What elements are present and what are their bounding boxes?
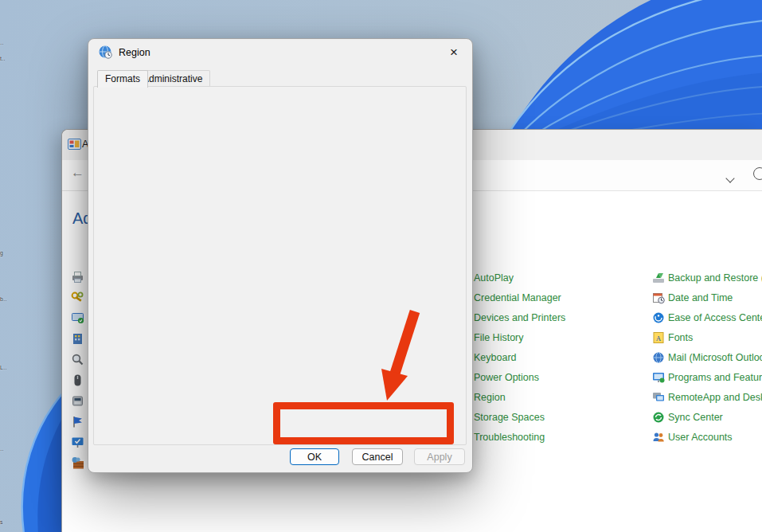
item-sync-center[interactable]: Sync Center [668, 408, 723, 428]
items-row: Troubleshooting User Accounts [472, 428, 762, 448]
backup-restore-icon [652, 272, 665, 284]
programs-features-icon [652, 371, 665, 384]
item-backup-restore[interactable]: Backup and Restore (Wi [668, 268, 762, 288]
indexing-options-icon[interactable] [71, 353, 84, 366]
phone-modem-icon[interactable] [71, 394, 84, 408]
item-credential-manager[interactable]: Credential Manager [474, 288, 561, 308]
items-row: Power Options Programs and Features [472, 368, 762, 388]
back-arrow-icon[interactable]: ← [71, 165, 84, 181]
svg-text:A: A [656, 334, 662, 342]
remoteapp-icon [652, 391, 665, 404]
item-user-accounts[interactable]: User Accounts [668, 428, 733, 448]
region-globe-icon [98, 45, 113, 60]
tab-formats[interactable]: Formats [97, 70, 148, 88]
file-history-icon[interactable] [71, 332, 84, 346]
desktop: ‥ t‥ g b‥ L‥ ‥ s All Control Panel Items… [0, 0, 762, 532]
desktop-icon-fragment: s [0, 519, 3, 525]
apply-button[interactable]: Apply [414, 448, 465, 465]
desktop-icon-fragment: L‥ [0, 365, 7, 371]
default-programs-icon[interactable] [71, 311, 84, 325]
cancel-button[interactable]: Cancel [352, 448, 403, 465]
control-panel-icon [68, 138, 81, 151]
address-dropdown-chevron-icon[interactable] [727, 170, 733, 185]
items-row: AutoPlay Backup and Restore (Wi [472, 268, 762, 288]
control-panel-items-list: AutoPlay Backup and Restore (Wi Credenti… [472, 268, 762, 448]
item-mail[interactable]: Mail (Microsoft Outlook [668, 348, 762, 368]
user-accounts-icon [652, 431, 665, 444]
firewall-icon[interactable] [71, 456, 84, 470]
item-power-options[interactable]: Power Options [474, 368, 539, 388]
ease-of-access-icon [652, 311, 665, 324]
printer-icon[interactable] [71, 270, 84, 284]
search-icon[interactable] [753, 167, 762, 183]
items-row: Region RemoteApp and Deskto [472, 388, 762, 408]
ok-button[interactable]: OK [290, 448, 339, 465]
item-devices-printers[interactable]: Devices and Printers [474, 308, 565, 328]
item-autoplay[interactable]: AutoPlay [474, 268, 514, 288]
items-row: File History A Fonts [472, 328, 762, 348]
mouse-icon[interactable] [71, 374, 84, 387]
items-row: Keyboard Mail (Microsoft Outlook [472, 348, 762, 368]
item-fonts[interactable]: Fonts [668, 328, 693, 348]
item-programs-features[interactable]: Programs and Features [668, 368, 762, 388]
region-dialog: Region × Formats Administrative Format: … [88, 38, 473, 473]
items-row: Credential Manager Date and Time [472, 288, 762, 308]
date-time-icon [652, 291, 665, 304]
desktop-icon-fragment: ‥ [0, 40, 4, 46]
troubleshooting-monitor-icon[interactable] [71, 436, 84, 449]
wallpaper-bloom-top-right [510, 0, 762, 135]
desktop-icon-fragment: b‥ [0, 296, 7, 303]
sync-center-icon [652, 411, 665, 424]
items-row: Storage Spaces Sync Center [472, 408, 762, 428]
items-row: Devices and Printers Ease of Access Cent… [472, 308, 762, 328]
credential-manager-icon[interactable] [71, 291, 84, 304]
item-storage-spaces[interactable]: Storage Spaces [474, 408, 545, 428]
item-troubleshooting[interactable]: Troubleshooting [474, 428, 545, 448]
item-ease-of-access[interactable]: Ease of Access Center [668, 308, 762, 328]
dialog-title: Region [119, 47, 150, 58]
item-file-history[interactable]: File History [474, 328, 524, 348]
security-maintenance-flag-icon[interactable] [71, 415, 84, 428]
desktop-icon-fragment: t‥ [0, 56, 6, 62]
item-region[interactable]: Region [474, 388, 506, 408]
tab-page [93, 86, 467, 445]
mail-icon [652, 351, 665, 364]
fonts-icon: A [652, 331, 665, 344]
item-keyboard[interactable]: Keyboard [474, 348, 517, 368]
wallpaper-petal-bottom-left [11, 389, 68, 532]
close-icon[interactable]: × [444, 42, 464, 63]
item-date-time[interactable]: Date and Time [668, 288, 733, 308]
desktop-icon-fragment: ‥ [0, 446, 4, 452]
item-remoteapp[interactable]: RemoteApp and Deskto [668, 388, 762, 408]
desktop-icon-fragment: g [0, 250, 3, 256]
